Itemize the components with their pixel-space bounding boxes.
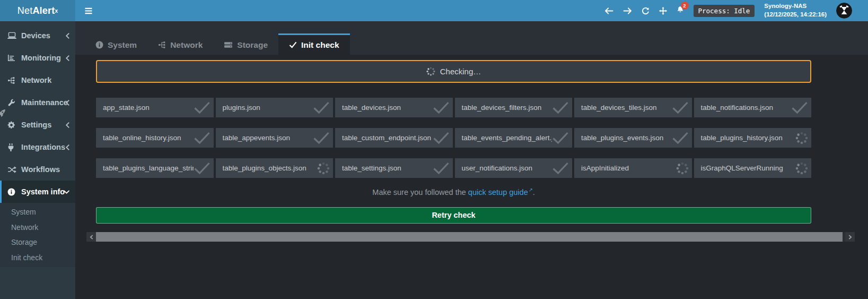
network-icon bbox=[158, 41, 166, 49]
sidebar-item-label: Workflows bbox=[21, 165, 70, 174]
sidebar-subitem-init-check[interactable]: Init check bbox=[0, 250, 75, 266]
init-check-tile: app_state.json bbox=[96, 98, 214, 117]
sidebar-item-maintenance[interactable]: Maintenance bbox=[0, 91, 75, 114]
tab-bar: SystemNetworkStorageInit check bbox=[75, 21, 868, 55]
sidebar: DevicesMonitoringNetworkMaintenanceSetti… bbox=[0, 21, 75, 299]
chevron-left-icon bbox=[90, 232, 93, 242]
check-icon bbox=[433, 101, 450, 114]
check-icon bbox=[194, 101, 211, 114]
logo-text-bold: Alert bbox=[32, 5, 55, 16]
chevron-left-icon bbox=[65, 32, 70, 39]
tile-label: table_appevents.json bbox=[223, 134, 313, 142]
info-icon bbox=[7, 188, 19, 196]
tile-label: table_online_history.json bbox=[103, 134, 194, 142]
setup-hint: Make sure you followed the quick setup g… bbox=[96, 187, 811, 197]
tile-label: user_notifications.json bbox=[462, 164, 553, 172]
sidebar-item-system-info[interactable]: System info bbox=[0, 181, 75, 203]
tab-storage[interactable]: Storage bbox=[213, 33, 278, 55]
init-check-tile: table_settings.json bbox=[335, 158, 453, 178]
avatar-icon bbox=[836, 3, 852, 19]
sidebar-item-monitoring[interactable]: Monitoring bbox=[0, 47, 75, 69]
tile-label: table_custom_endpoint.json bbox=[342, 134, 433, 142]
init-check-panel: Checking… app_state.jsonplugins.jsontabl… bbox=[75, 55, 868, 299]
chevron-left-icon bbox=[65, 144, 70, 151]
init-check-tile: table_plugins_language_strings.json bbox=[96, 158, 214, 178]
sidebar-item-integrations[interactable]: Integrations bbox=[0, 136, 75, 158]
check-icon bbox=[194, 132, 211, 144]
refresh-icon[interactable] bbox=[642, 7, 650, 15]
scroll-right-button[interactable] bbox=[845, 232, 855, 242]
tile-label: table_plugins_history.json bbox=[701, 134, 796, 142]
tile-label: table_events_pending_alert.json bbox=[462, 134, 553, 142]
sidebar-subitem-system[interactable]: System bbox=[0, 204, 75, 220]
scroll-left-button[interactable] bbox=[86, 232, 96, 242]
sidebar-subitem-network[interactable]: Network bbox=[0, 220, 75, 235]
storage-icon bbox=[224, 41, 233, 48]
network-icon bbox=[7, 76, 19, 84]
tab-label: System bbox=[108, 40, 137, 50]
hamburger-icon bbox=[84, 7, 93, 14]
sidebar-item-workflows[interactable]: Workflows bbox=[0, 158, 75, 181]
move-arrows-icon[interactable] bbox=[659, 7, 667, 15]
chevron-right-icon bbox=[848, 232, 852, 242]
checking-status-text: Checking… bbox=[440, 67, 481, 76]
sidebar-item-devices[interactable]: Devices bbox=[0, 24, 75, 47]
init-check-tile: isAppInitialized bbox=[574, 158, 692, 178]
tab-label: Storage bbox=[237, 40, 268, 50]
check-icon bbox=[672, 101, 689, 114]
check-icon bbox=[289, 41, 297, 48]
tile-label: table_plugins_language_strings.json bbox=[103, 164, 194, 172]
init-check-tile: table_plugins_history.json bbox=[694, 128, 812, 148]
spinner-icon bbox=[795, 162, 808, 175]
sidebar-item-settings[interactable]: Settings bbox=[0, 114, 75, 136]
topbar-main: 2 Process: Idle Synology-NAS (12/12/2025… bbox=[75, 0, 868, 21]
sidebar-item-label: Settings bbox=[21, 121, 65, 129]
topbar-actions: 2 Process: Idle Synology-NAS (12/12/2025… bbox=[604, 2, 868, 19]
quick-setup-guide-link[interactable]: quick setup guide↗ bbox=[468, 188, 533, 197]
gear-icon bbox=[7, 121, 19, 129]
tile-label: isAppInitialized bbox=[581, 164, 676, 172]
notifications-bell-icon[interactable]: 2 bbox=[677, 6, 684, 16]
init-check-tiles: app_state.jsonplugins.jsontable_devices.… bbox=[96, 98, 811, 178]
retry-check-button[interactable]: Retry check bbox=[96, 207, 811, 224]
tile-label: plugins.json bbox=[223, 104, 313, 112]
init-check-tile: table_plugins_events.json bbox=[574, 128, 692, 148]
tab-init-check[interactable]: Init check bbox=[278, 33, 350, 55]
check-icon bbox=[313, 132, 330, 144]
sidebar-item-network[interactable]: Network bbox=[0, 69, 75, 91]
init-check-tile: table_devices.json bbox=[335, 98, 453, 117]
tab-label: Network bbox=[170, 40, 203, 50]
scrollbar-thumb[interactable] bbox=[96, 232, 843, 242]
init-check-tile: plugins.json bbox=[216, 98, 334, 117]
horizontal-scrollbar[interactable] bbox=[86, 232, 855, 242]
monitoring-icon bbox=[7, 55, 19, 62]
sidebar-subitem-storage[interactable]: Storage bbox=[0, 235, 75, 250]
forward-arrow-icon[interactable] bbox=[623, 7, 632, 14]
chevron-down-icon bbox=[63, 190, 70, 194]
sidebar-item-label: Devices bbox=[21, 31, 65, 40]
notification-count-badge: 2 bbox=[681, 2, 689, 10]
check-icon bbox=[433, 132, 450, 144]
tab-system[interactable]: System bbox=[85, 33, 147, 55]
sidebar-item-label: Monitoring bbox=[21, 54, 65, 62]
plug-icon bbox=[7, 143, 19, 151]
sidebar-item-label: System info bbox=[21, 187, 63, 196]
back-arrow-icon[interactable] bbox=[604, 7, 613, 14]
content-area: SystemNetworkStorageInit check Checking…… bbox=[75, 21, 868, 299]
workflow-icon bbox=[7, 166, 19, 173]
logo-text-prefix: Net bbox=[17, 5, 33, 16]
app-logo[interactable]: NetAlertx bbox=[0, 0, 75, 21]
sidebar-toggle-button[interactable] bbox=[75, 0, 102, 21]
sidebar-item-label: Maintenance bbox=[21, 98, 65, 107]
sidebar-item-label: Integrations bbox=[21, 143, 65, 151]
wrench-icon bbox=[7, 99, 19, 107]
spinner-icon bbox=[676, 162, 689, 175]
external-link-icon: ↗ bbox=[529, 187, 533, 193]
check-icon bbox=[313, 101, 330, 114]
tile-label: table_notifications.json bbox=[701, 104, 792, 112]
checking-status-box: Checking… bbox=[96, 60, 811, 83]
tile-label: table_settings.json bbox=[342, 164, 433, 172]
tab-label: Init check bbox=[301, 40, 339, 50]
tab-network[interactable]: Network bbox=[147, 33, 213, 55]
avatar[interactable] bbox=[836, 3, 852, 19]
